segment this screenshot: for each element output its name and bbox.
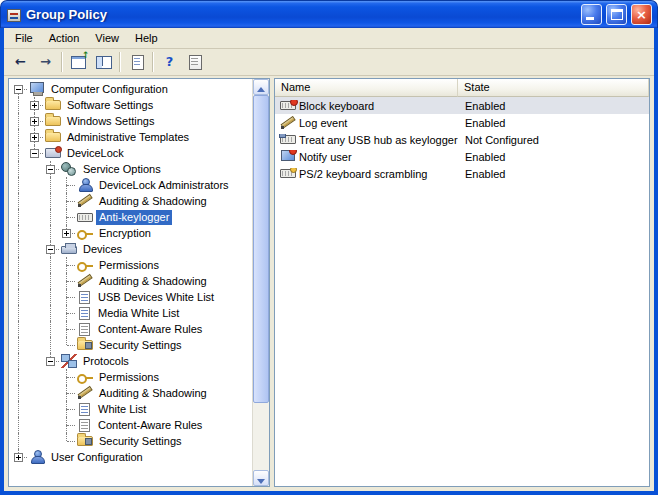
properties-button[interactable]	[182, 50, 207, 74]
titlebar[interactable]: Group Policy	[0, 0, 658, 28]
tree-expander[interactable]	[43, 241, 59, 257]
menu-action[interactable]: Action	[41, 30, 88, 46]
tree-item-devicelock[interactable]: DeviceLock	[11, 145, 252, 161]
tree-expander[interactable]	[43, 353, 59, 369]
tree-guide	[27, 417, 43, 433]
expander-minus-icon	[14, 85, 23, 94]
document-icon	[128, 54, 146, 70]
tree-guide	[11, 385, 27, 401]
tree-line	[66, 177, 67, 185]
tree-item-label: DeviceLock Administrators	[96, 178, 232, 193]
tree-item-anti-keylogger[interactable]: Anti-keylogger	[11, 209, 252, 225]
list-row-treat-any-usb-hub-as-keylogger[interactable]: Treat any USB hub as keyloggerNot Config…	[275, 131, 649, 148]
tree-expander[interactable]	[27, 97, 43, 113]
tree-expander[interactable]	[43, 161, 59, 177]
tree-guide	[27, 161, 43, 177]
tree-guide	[11, 113, 27, 129]
scroll-down-button[interactable]	[253, 470, 269, 486]
list-item-name: Block keyboard	[299, 100, 374, 112]
tree-line	[67, 345, 75, 346]
menu-view[interactable]: View	[87, 30, 127, 46]
tree-item-label: Auditing & Shadowing	[96, 274, 210, 289]
tree-line	[67, 217, 75, 218]
tree-guide	[27, 305, 43, 321]
export-list-button[interactable]	[124, 50, 149, 74]
show-hide-console-tree-button[interactable]	[91, 50, 116, 74]
tree-item-permissions[interactable]: Permissions	[11, 369, 252, 385]
column-header-name[interactable]: Name	[275, 79, 458, 97]
expander-plus-icon	[30, 117, 39, 126]
maximize-button[interactable]	[606, 4, 627, 25]
tree-item-content-aware-rules[interactable]: Content-Aware Rules	[11, 321, 252, 337]
tree-guide	[43, 177, 59, 193]
tree-item-label: USB Devices White List	[95, 290, 217, 305]
tree-item-auditing-shadowing[interactable]: Auditing & Shadowing	[11, 385, 252, 401]
tree-line	[67, 265, 75, 266]
tree-guide	[27, 369, 43, 385]
help-button[interactable]	[157, 50, 182, 74]
tree-item-administrative-templates[interactable]: Administrative Templates	[11, 129, 252, 145]
scroll-up-button[interactable]	[253, 79, 269, 95]
tree-item-windows-settings[interactable]: Windows Settings	[11, 113, 252, 129]
tree-expander[interactable]	[11, 81, 27, 97]
close-button[interactable]	[631, 4, 652, 25]
menu-file[interactable]: File	[7, 30, 41, 46]
tree-connector	[59, 257, 75, 273]
tree-guide	[11, 289, 27, 305]
tree-item-software-settings[interactable]: Software Settings	[11, 97, 252, 113]
tree-item-permissions[interactable]: Permissions	[11, 257, 252, 273]
up-level-button[interactable]	[66, 50, 91, 74]
tree-item-security-settings[interactable]: Security Settings	[11, 337, 252, 353]
toolbar-separator	[61, 52, 63, 72]
tree-item-devicelock-administrators[interactable]: DeviceLock Administrators	[11, 177, 252, 193]
minimize-button[interactable]	[581, 4, 602, 25]
forward-button[interactable]	[33, 50, 58, 74]
tree-item-auditing-shadowing[interactable]: Auditing & Shadowing	[11, 273, 252, 289]
left-arrow-icon	[12, 54, 30, 70]
list-cell-name: Block keyboard	[275, 100, 458, 112]
scrollbar-track[interactable]	[253, 95, 269, 470]
list-row-log-event[interactable]: Log eventEnabled	[275, 114, 649, 131]
toolbar	[4, 49, 654, 76]
tree-item-label: Protocols	[80, 354, 132, 369]
tree-item-media-white-list[interactable]: Media White List	[11, 305, 252, 321]
tree-item-usb-devices-white-list[interactable]: USB Devices White List	[11, 289, 252, 305]
window-title: Group Policy	[26, 7, 577, 22]
tree-item-white-list[interactable]: White List	[11, 401, 252, 417]
tree-guide	[27, 193, 43, 209]
tree-expander[interactable]	[11, 449, 27, 465]
tree-item-encryption[interactable]: Encryption	[11, 225, 252, 241]
tree-line	[67, 201, 75, 202]
tree-item-protocols[interactable]: Protocols	[11, 353, 252, 369]
window-up-icon	[70, 54, 88, 70]
close-icon	[632, 5, 651, 24]
back-button[interactable]	[8, 50, 33, 74]
list-body: Block keyboardEnabledLog eventEnabledTre…	[275, 97, 649, 486]
list-row-notify-user[interactable]: Notify userEnabled	[275, 148, 649, 165]
list-row-ps-2-keyboard-scrambling[interactable]: PS/2 keyboard scramblingEnabled	[275, 165, 649, 182]
tree-expander[interactable]	[27, 129, 43, 145]
tree-expander[interactable]	[59, 225, 75, 241]
tree-guide	[11, 353, 27, 369]
menu-help[interactable]: Help	[127, 30, 166, 46]
tree-item-content-aware-rules[interactable]: Content-Aware Rules	[11, 417, 252, 433]
tree-item-label: DeviceLock	[64, 146, 127, 161]
tree-item-security-settings[interactable]: Security Settings	[11, 433, 252, 449]
list-item-name: Log event	[299, 117, 347, 129]
tree-item-computer-configuration[interactable]: Computer Configuration	[11, 81, 252, 97]
tree-item-user-configuration[interactable]: User Configuration	[11, 449, 252, 465]
tree-item-service-options[interactable]: Service Options	[11, 161, 252, 177]
tree-guide	[11, 273, 27, 289]
tree-expander[interactable]	[27, 145, 43, 161]
tree-guide	[43, 337, 59, 353]
list-item-name: Notify user	[299, 151, 352, 163]
tree-item-devices[interactable]: Devices	[11, 241, 252, 257]
list-item-name: Treat any USB hub as keylogger	[299, 134, 458, 146]
tree-expander[interactable]	[27, 113, 43, 129]
column-header-state[interactable]: State	[458, 79, 649, 97]
tree-connector	[59, 337, 75, 353]
list-row-block-keyboard[interactable]: Block keyboardEnabled	[275, 97, 649, 114]
scrollbar-thumb[interactable]	[253, 95, 269, 403]
tree-item-auditing-shadowing[interactable]: Auditing & Shadowing	[11, 193, 252, 209]
tree-scrollbar[interactable]	[252, 79, 269, 486]
